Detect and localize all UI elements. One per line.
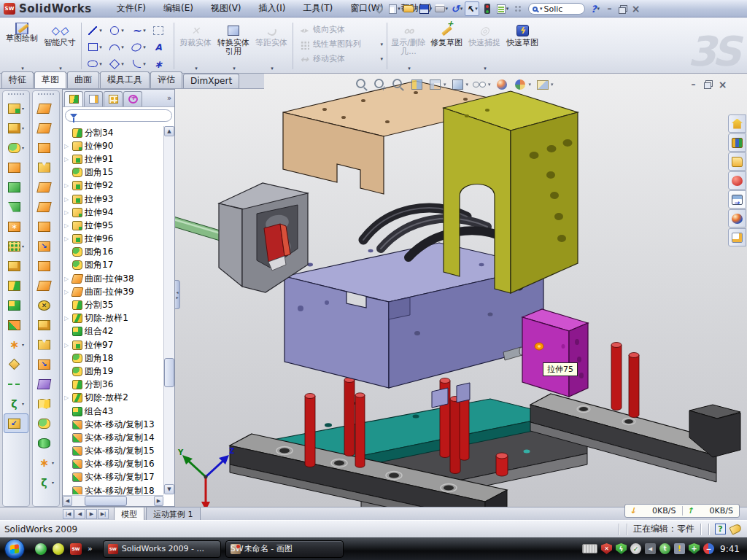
tree-item[interactable]: 圆角19 bbox=[64, 365, 163, 378]
search-input[interactable]: Solic bbox=[528, 3, 585, 15]
ribbon-button[interactable]: 显示/删除几... bbox=[390, 19, 427, 73]
next-tab-icon[interactable]: ▶ bbox=[86, 509, 97, 519]
expand-arrow-icon[interactable] bbox=[64, 182, 70, 189]
ribbon-button[interactable]: 快速捕捉 bbox=[465, 19, 503, 73]
tree-item[interactable]: 圆角16 bbox=[64, 246, 163, 259]
ribbon-button[interactable]: 镜向实体 bbox=[298, 24, 383, 36]
tool-button[interactable] bbox=[34, 138, 58, 158]
tab-featuremanager-tree[interactable] bbox=[64, 91, 83, 106]
previous-view-icon[interactable] bbox=[391, 77, 406, 92]
command-tab[interactable]: DimXpert bbox=[183, 74, 239, 88]
tab-appearances-scenes[interactable] bbox=[728, 209, 746, 228]
input-method-keyboard-icon[interactable] bbox=[582, 544, 597, 553]
graphics-viewport[interactable]: Y Z X 拉伸75 ◂▸ bbox=[175, 74, 747, 507]
tree-item[interactable]: 圆角18 bbox=[64, 351, 163, 365]
hide-show-items-icon[interactable] bbox=[472, 77, 487, 92]
toolbar-grip[interactable] bbox=[8, 93, 24, 96]
quick-launch-chevron-icon[interactable] bbox=[88, 544, 93, 553]
tab-dimxpertmanager[interactable] bbox=[123, 91, 142, 106]
quick-tips-help-icon[interactable] bbox=[715, 524, 726, 534]
command-tab[interactable]: 模具工具 bbox=[100, 71, 150, 88]
tool-button[interactable] bbox=[34, 217, 58, 236]
orientation-triad[interactable]: Y Z X bbox=[177, 447, 234, 507]
tool-button[interactable] bbox=[4, 217, 28, 236]
expand-arrow-icon[interactable] bbox=[64, 209, 70, 216]
expand-arrow-icon[interactable] bbox=[64, 236, 70, 242]
expand-arrow-icon[interactable] bbox=[64, 222, 70, 229]
tool-button[interactable] bbox=[4, 335, 28, 354]
zoom-to-fit-icon[interactable] bbox=[355, 77, 369, 92]
tool-button[interactable] bbox=[34, 276, 58, 295]
toolbar-grip[interactable] bbox=[38, 93, 54, 96]
first-tab-icon[interactable]: |◀ bbox=[63, 509, 74, 519]
command-tab[interactable]: 特征 bbox=[1, 71, 34, 88]
tool-button[interactable] bbox=[4, 197, 28, 217]
expand-arrow-icon[interactable] bbox=[64, 342, 70, 349]
ribbon-button[interactable]: 智能尺寸 bbox=[41, 19, 79, 73]
tool-button[interactable] bbox=[34, 256, 58, 276]
tree-item[interactable]: 分割36 bbox=[64, 378, 163, 392]
tree-item[interactable]: 分割35 bbox=[64, 298, 163, 311]
menu-item[interactable]: 编辑(E) bbox=[155, 0, 202, 17]
tab-configurationmanager[interactable] bbox=[104, 91, 123, 106]
menu-item[interactable]: 工具(T) bbox=[294, 0, 341, 17]
tool-button[interactable] bbox=[4, 295, 28, 315]
menu-item[interactable]: 文件(F) bbox=[108, 0, 155, 17]
magenta-block[interactable] bbox=[522, 309, 588, 397]
ribbon-button[interactable]: 移动实体 bbox=[298, 53, 383, 65]
view-settings-icon[interactable] bbox=[535, 77, 549, 92]
tree-item[interactable]: 拉伸91 bbox=[64, 152, 163, 166]
tool-button[interactable] bbox=[4, 98, 28, 118]
network-warning-icon[interactable] bbox=[674, 543, 685, 554]
save-icon[interactable] bbox=[419, 1, 433, 16]
sketch-entity-button[interactable] bbox=[84, 22, 106, 39]
tree-item[interactable]: 拉伸90 bbox=[64, 139, 163, 152]
scrollbar-thumb[interactable] bbox=[164, 358, 174, 387]
command-tab[interactable]: 曲面 bbox=[67, 71, 99, 88]
command-tab[interactable]: 草图 bbox=[34, 71, 66, 88]
start-button[interactable] bbox=[4, 539, 25, 559]
tree-item[interactable]: 分割34 bbox=[64, 126, 163, 139]
select-icon[interactable] bbox=[465, 1, 479, 16]
sketch-entity-button[interactable] bbox=[150, 22, 171, 39]
sketch-entity-button[interactable] bbox=[128, 39, 150, 55]
taskbar-task[interactable]: SW SolidWorks 2009 - ... bbox=[103, 540, 221, 558]
ribbon-button[interactable]: 草图绘制 bbox=[3, 19, 41, 73]
tool-button[interactable] bbox=[4, 354, 28, 374]
emule-icon[interactable] bbox=[35, 543, 47, 555]
ribbon-button[interactable]: 快速草图 bbox=[503, 19, 541, 73]
tab-view-palette[interactable] bbox=[728, 190, 746, 209]
edit-appearance-icon[interactable] bbox=[495, 77, 509, 92]
tree-item[interactable]: 切除-放样2 bbox=[64, 392, 163, 405]
tree-vertical-scrollbar[interactable]: ▲ ▼ bbox=[163, 126, 174, 494]
sketch-entity-button[interactable] bbox=[150, 55, 171, 72]
tool-button[interactable] bbox=[34, 236, 58, 256]
tree-item[interactable]: 实体-移动/复制16 bbox=[64, 458, 163, 471]
messenger-icon[interactable] bbox=[659, 543, 670, 554]
tool-button[interactable] bbox=[4, 256, 28, 276]
tag-icon[interactable] bbox=[729, 523, 742, 534]
scroll-left-icon[interactable]: ◀ bbox=[63, 496, 72, 506]
menu-item[interactable]: 视图(V) bbox=[202, 0, 250, 17]
certificate-check-icon[interactable] bbox=[630, 543, 641, 554]
tree-item[interactable]: 组合42 bbox=[64, 325, 163, 338]
tree-item[interactable]: 曲面-拉伸38 bbox=[64, 272, 163, 285]
ribbon-button[interactable]: 剪裁实体 bbox=[177, 19, 214, 73]
tree-item[interactable]: 曲面-拉伸39 bbox=[64, 285, 163, 298]
tool-button[interactable] bbox=[34, 315, 58, 335]
sketch-entity-button[interactable] bbox=[84, 39, 106, 55]
app-restore-button[interactable] bbox=[616, 4, 629, 15]
volume-icon[interactable] bbox=[645, 543, 656, 554]
tab-solidworks-toolbox[interactable] bbox=[728, 171, 746, 190]
tab-file-explorer[interactable] bbox=[728, 152, 746, 171]
tree-item[interactable]: 实体-移动/复制14 bbox=[64, 431, 163, 444]
defense-shield-icon[interactable] bbox=[689, 543, 700, 554]
tab-propertymanager[interactable] bbox=[84, 91, 103, 106]
pin-icon[interactable] bbox=[372, 1, 387, 16]
sketch-entity-button[interactable] bbox=[128, 55, 150, 72]
app-minimize-button[interactable] bbox=[603, 4, 616, 15]
security-alert-icon[interactable] bbox=[601, 543, 612, 554]
tree-item[interactable]: 拉伸95 bbox=[64, 219, 163, 232]
download-manager-icon[interactable] bbox=[703, 543, 714, 554]
new-document-icon[interactable] bbox=[387, 1, 402, 16]
